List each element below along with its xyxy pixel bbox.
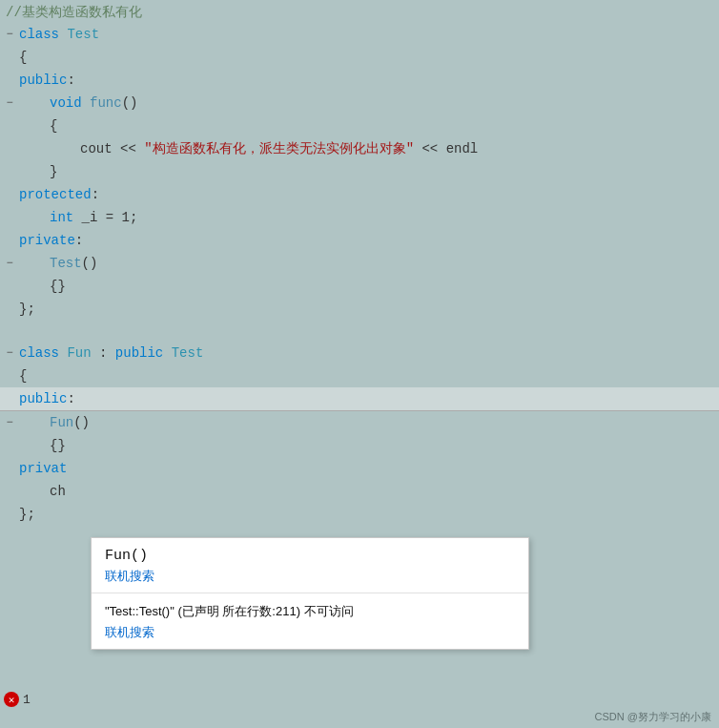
code-text: ch [19, 481, 66, 502]
comment-text: //基类构造函数私有化 [6, 5, 142, 20]
code-text: Test() [19, 253, 97, 274]
code-text: private: [19, 230, 83, 251]
tooltip-fn-section: Fun() 联机搜索 [92, 538, 528, 593]
code-line: ch [0, 480, 719, 503]
gutter-icon[interactable]: − [0, 96, 19, 110]
code-line: }; [0, 503, 719, 526]
code-line: { [0, 114, 719, 137]
gutter-icon[interactable]: − [0, 346, 19, 360]
code-text: class Test [19, 24, 99, 45]
code-line: cout << "构造函数私有化，派生类无法实例化出对象" << endl [0, 137, 719, 160]
code-line: }; [0, 298, 719, 321]
error-badge: ✕ 1 [4, 692, 31, 707]
code-line: { [0, 46, 719, 69]
code-text: cout << "构造函数私有化，派生类无法实例化出对象" << endl [19, 138, 478, 159]
watermark: CSDN @努力学习的小康 [595, 710, 711, 724]
code-line: −Fun() [0, 411, 719, 434]
code-text: void func() [19, 93, 137, 114]
code-text: }; [19, 504, 35, 525]
code-text: Fun() [19, 412, 90, 433]
tooltip-fn-name: Fun() [105, 548, 515, 564]
code-line: { [0, 364, 719, 387]
code-line: {} [0, 275, 719, 298]
tooltip-error-section: "Test::Test()" (已声明 所在行数:211) 不可访问 联机搜索 [92, 593, 528, 649]
code-text: { [19, 365, 27, 386]
code-line [0, 321, 719, 342]
code-line: int _i = 1; [0, 206, 719, 229]
code-line: {} [0, 434, 719, 457]
code-line: −class Fun : public Test [0, 342, 719, 364]
code-text: public: [19, 70, 75, 91]
code-line: } [0, 160, 719, 183]
error-count: 1 [23, 693, 31, 707]
code-text: privat [19, 458, 67, 479]
code-text: protected: [19, 184, 99, 205]
code-line: −Test() [0, 252, 719, 275]
tooltip-link1[interactable]: 联机搜索 [105, 569, 154, 583]
code-text: public: [19, 388, 75, 409]
gutter-icon[interactable]: − [0, 257, 19, 270]
code-text: }; [19, 299, 35, 320]
code-line: −void func() [0, 92, 719, 114]
code-line: public: [0, 69, 719, 92]
code-text: { [19, 47, 27, 68]
tooltip-error-text: "Test::Test()" (已声明 所在行数:211) 不可访问 [105, 603, 515, 620]
tooltip-link2[interactable]: 联机搜索 [105, 625, 154, 639]
code-line: protected: [0, 183, 719, 206]
code-text: { [19, 115, 57, 136]
error-icon: ✕ [4, 692, 19, 707]
tooltip-box: Fun() 联机搜索 "Test::Test()" (已声明 所在行数:211)… [91, 537, 529, 650]
code-line: public: [0, 387, 719, 411]
comment-line: //基类构造函数私有化 [0, 0, 719, 23]
code-text: {} [19, 435, 66, 456]
code-text: class Fun : public Test [19, 343, 203, 364]
code-line: −class Test [0, 23, 719, 46]
code-area: //基类构造函数私有化 −class Test{public:−void fun… [0, 0, 719, 728]
code-text: int _i = 1; [19, 207, 137, 228]
code-line: privat [0, 457, 719, 480]
code-text: } [19, 161, 57, 182]
gutter-icon[interactable]: − [0, 416, 19, 429]
code-lines: −class Test{public:−void func(){cout << … [0, 23, 719, 526]
code-line: private: [0, 229, 719, 252]
code-text: {} [19, 276, 66, 297]
gutter-icon[interactable]: − [0, 28, 19, 41]
